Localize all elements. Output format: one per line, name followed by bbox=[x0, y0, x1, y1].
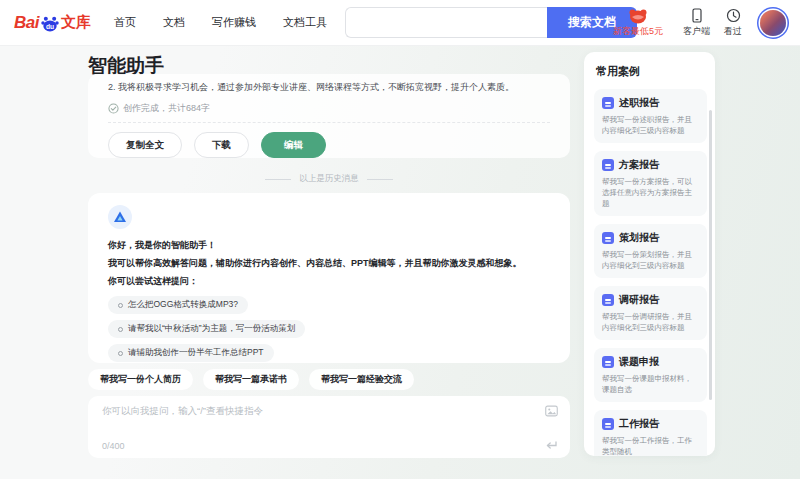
search-bar: 搜索文档 bbox=[345, 7, 637, 38]
logo-bai-text: Bai bbox=[14, 13, 39, 33]
bullet-circle-icon bbox=[118, 303, 123, 308]
creation-status-row: 创作完成，共计684字 bbox=[108, 102, 550, 123]
edit-button[interactable]: 编辑 bbox=[261, 132, 326, 158]
case-title: 工作报告 bbox=[619, 417, 659, 431]
case-desc: 帮我写一份述职报告，并且内容细化到三级内容标题 bbox=[602, 114, 699, 136]
client-label: 客户端 bbox=[683, 25, 710, 38]
panel-scrollbar[interactable] bbox=[709, 110, 712, 400]
suggestion-chip-midautumn-plan[interactable]: 请帮我以“中秋活动”为主题，写一份活动策划 bbox=[108, 320, 305, 338]
enter-send-icon[interactable] bbox=[545, 440, 558, 451]
image-upload-icon[interactable] bbox=[545, 405, 558, 417]
copy-all-button[interactable]: 复制全文 bbox=[108, 132, 182, 158]
case-title: 策划报告 bbox=[619, 231, 659, 245]
case-doc-icon bbox=[602, 294, 614, 306]
greeting-line-2: 我可以帮你高效解答问题，辅助你进行内容创作、内容总结、PPT编辑等，并且帮助你激… bbox=[108, 254, 550, 272]
promo-gift-icon bbox=[627, 8, 649, 24]
client-phone-icon bbox=[690, 8, 704, 23]
case-desc: 帮我写一份策划报告，并且内容细化到三级内容标题 bbox=[602, 249, 699, 271]
case-doc-icon bbox=[602, 418, 614, 430]
case-doc-icon bbox=[602, 159, 614, 171]
greeting-line-1: 你好，我是你的智能助手！ bbox=[108, 236, 550, 254]
viewed-history-entry[interactable]: 看过 bbox=[724, 8, 742, 38]
common-cases-panel: 常用案例 述职报告 帮我写一份述职报告，并且内容细化到三级内容标题 方案报告 帮… bbox=[584, 52, 715, 456]
bullet-circle-icon bbox=[118, 351, 123, 356]
svg-text:du: du bbox=[46, 22, 54, 29]
promo-offer[interactable]: 新客最低5元 bbox=[607, 8, 669, 38]
case-desc: 帮我写一份方案报告，可以选择任意内容为方案报告主题 bbox=[602, 176, 699, 209]
top-navbar: Bai du 文库 首页 文档 写作赚钱 文档工具 更多 搜索文档 bbox=[0, 0, 800, 45]
suggestion-text: 请帮我以“中秋活动”为主题，写一份活动策划 bbox=[128, 323, 295, 335]
viewed-label: 看过 bbox=[724, 25, 742, 38]
nav-item-home[interactable]: 首页 bbox=[114, 15, 136, 30]
case-item-shuzhi-report[interactable]: 述职报告 帮我写一份述职报告，并且内容细化到三级内容标题 bbox=[594, 89, 707, 143]
creation-status-text: 创作完成，共计684字 bbox=[123, 102, 210, 115]
history-action-buttons: 复制全文 下载 编辑 bbox=[108, 132, 550, 158]
navbar-right-cluster: 新客最低5元 客户端 看过 bbox=[607, 0, 790, 45]
check-circle-icon bbox=[108, 103, 119, 114]
case-item-planning-report[interactable]: 策划报告 帮我写一份策划报告，并且内容细化到三级内容标题 bbox=[594, 224, 707, 278]
case-item-project-application[interactable]: 课题申报 帮我写一份课题申报材料，课题自选 bbox=[594, 348, 707, 402]
assistant-logo-icon bbox=[113, 210, 127, 224]
search-input[interactable] bbox=[345, 7, 547, 38]
client-app-entry[interactable]: 客户端 bbox=[683, 8, 710, 38]
suggestion-chip-ogg-mp3[interactable]: 怎么把OGG格式转换成MP3? bbox=[108, 296, 248, 314]
suggestion-chip-halfyear-ppt[interactable]: 请辅助我创作一份半年工作总结PPT bbox=[108, 344, 274, 362]
bullet-circle-icon bbox=[118, 327, 123, 332]
nav-item-write-earn[interactable]: 写作赚钱 bbox=[212, 15, 256, 30]
history-message-card: 2. 我将积极寻求学习机会，通过参加外部专业讲座、网络课程等方式，不断拓宽视野，… bbox=[88, 74, 570, 158]
case-item-research-report[interactable]: 调研报告 帮我写一份调研报告，并且内容细化到三级内容标题 bbox=[594, 286, 707, 340]
history-divider: 以上是历史消息 bbox=[88, 172, 570, 186]
suggested-questions: 怎么把OGG格式转换成MP3? 请帮我以“中秋活动”为主题，写一份活动策划 请辅… bbox=[108, 296, 550, 362]
char-counter: 0/400 bbox=[102, 441, 125, 451]
download-button[interactable]: 下载 bbox=[194, 132, 249, 158]
assistant-greeting-card: 你好，我是你的智能助手！ 我可以帮你高效解答问题，辅助你进行内容创作、内容总结、… bbox=[88, 193, 570, 363]
case-item-proposal-report[interactable]: 方案报告 帮我写一份方案报告，可以选择任意内容为方案报告主题 bbox=[594, 151, 707, 216]
case-doc-icon bbox=[602, 97, 614, 109]
case-desc: 帮我写一份调研报告，并且内容细化到三级内容标题 bbox=[602, 311, 699, 333]
quick-prompt-resume[interactable]: 帮我写一份个人简历 bbox=[88, 369, 193, 390]
case-title: 课题申报 bbox=[619, 355, 659, 369]
case-doc-icon bbox=[602, 356, 614, 368]
baidu-wenku-logo[interactable]: Bai du 文库 bbox=[14, 13, 98, 33]
suggestion-text: 请辅助我创作一份半年工作总结PPT bbox=[128, 347, 264, 359]
suggestion-text: 怎么把OGG格式转换成MP3? bbox=[128, 299, 238, 311]
history-divider-text: 以上是历史消息 bbox=[299, 173, 359, 185]
promo-label: 新客最低5元 bbox=[613, 25, 663, 38]
greeting-line-3: 你可以尝试这样提问： bbox=[108, 272, 550, 290]
baidu-paw-icon: du bbox=[40, 13, 60, 33]
case-desc: 帮我写一份工作报告，工作类型随机 bbox=[602, 435, 699, 456]
nav-item-doc-tools[interactable]: 文档工具 bbox=[283, 15, 327, 30]
baidu-wenku-assistant-page: Bai du 文库 首页 文档 写作赚钱 文档工具 更多 搜索文档 bbox=[0, 0, 800, 479]
quick-prompt-commitment[interactable]: 帮我写一篇承诺书 bbox=[203, 369, 299, 390]
quick-prompt-experience[interactable]: 帮我写一篇经验交流 bbox=[309, 369, 414, 390]
user-avatar[interactable] bbox=[760, 10, 786, 36]
viewed-clock-icon bbox=[726, 8, 741, 23]
assistant-avatar bbox=[108, 205, 132, 229]
quick-prompt-row: 帮我写一份个人简历 帮我写一篇承诺书 帮我写一篇经验交流 bbox=[88, 369, 570, 390]
prompt-input[interactable] bbox=[102, 405, 522, 433]
logo-wenku-text: 文库 bbox=[61, 13, 91, 32]
main-navigation: 首页 文档 写作赚钱 文档工具 更多 bbox=[114, 15, 376, 30]
case-title: 述职报告 bbox=[619, 96, 659, 110]
case-desc: 帮我写一份课题申报材料，课题自选 bbox=[602, 373, 699, 395]
case-doc-icon bbox=[602, 232, 614, 244]
case-title: 调研报告 bbox=[619, 293, 659, 307]
history-truncated-text: 2. 我将积极寻求学习机会，通过参加外部专业讲座、网络课程等方式，不断拓宽视野，… bbox=[108, 80, 550, 94]
prompt-input-card: 0/400 bbox=[88, 396, 570, 458]
cases-panel-title: 常用案例 bbox=[596, 64, 707, 79]
case-title: 方案报告 bbox=[619, 158, 659, 172]
case-item-work-report[interactable]: 工作报告 帮我写一份工作报告，工作类型随机 bbox=[594, 410, 707, 456]
nav-item-docs[interactable]: 文档 bbox=[163, 15, 185, 30]
